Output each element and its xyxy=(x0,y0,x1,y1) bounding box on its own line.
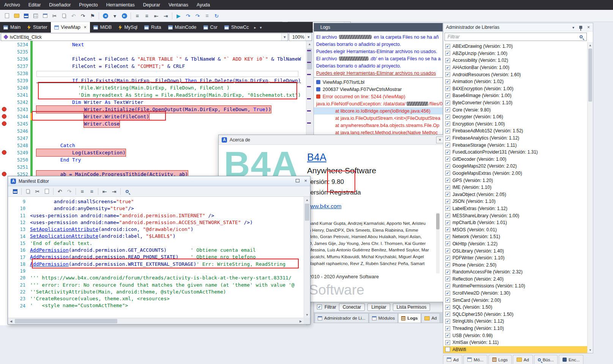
library-item-firebaseanalytics[interactable]: ✔FirebaseAnalytics (Versión: 1.12) xyxy=(443,135,587,142)
outdent-icon[interactable]: ⇤ xyxy=(100,187,109,196)
library-checkbox[interactable]: ✔ xyxy=(445,298,450,303)
library-item-phone[interactable]: ✔Phone (Versión: 2.50) xyxy=(443,261,587,268)
library-checkbox[interactable]: ✔ xyxy=(445,340,450,345)
scroll-up-icon[interactable]: ▲ xyxy=(304,197,310,203)
library-item-abwifi[interactable]: ABWifi xyxy=(443,346,587,353)
tool-tab-logs[interactable]: Logs xyxy=(398,313,421,323)
library-checkbox[interactable]: ✔ xyxy=(445,192,450,197)
limpiar-button[interactable]: Limpiar xyxy=(367,303,390,311)
library-item-stringutils[interactable]: ✔StringUtils (Versión: 1.12) xyxy=(443,318,587,325)
close-icon[interactable]: × xyxy=(587,25,590,30)
library-checkbox[interactable]: ✔ xyxy=(445,72,450,77)
library-item-sqlcipher150[interactable]: ✔SQLCipher150 (Versión: 1.50) xyxy=(443,311,587,318)
library-checkbox[interactable]: ✔ xyxy=(445,241,450,246)
tab-showcc[interactable]: ShowCc xyxy=(221,22,252,33)
library-checkbox[interactable]: ✔ xyxy=(445,100,450,105)
library-item-ahactionbar[interactable]: ✔AHActionBar (Versión: 1.00) xyxy=(443,64,587,71)
save-all-icon[interactable] xyxy=(31,11,40,20)
menu-ventanas[interactable]: Ventanas xyxy=(164,0,192,10)
breakpoint-margin[interactable] xyxy=(0,48,9,55)
redo-icon[interactable]: ↷ xyxy=(65,187,74,196)
collapsed-tab-ad[interactable]: Ad xyxy=(443,355,462,364)
copy-icon[interactable] xyxy=(60,11,68,20)
pin-icon[interactable] xyxy=(579,26,582,29)
breakpoint-margin[interactable] xyxy=(0,55,9,63)
tab-csr[interactable]: Csr xyxy=(200,22,221,33)
chevron-down-icon[interactable]: ▼ xyxy=(305,33,312,41)
library-checkbox[interactable]: ✔ xyxy=(445,178,450,183)
tab-ruta[interactable]: Ruta xyxy=(141,22,164,33)
chevron-down-icon[interactable]: ▾ xyxy=(572,25,574,30)
sub-selector[interactable]: ivCtrlEtiq_Click ▼ xyxy=(1,33,288,41)
breakpoint-dot[interactable] xyxy=(2,107,6,111)
breakpoint-margin[interactable] xyxy=(0,91,9,99)
library-checkbox[interactable]: ✔ xyxy=(445,220,450,225)
library-item-scrollview2d[interactable]: ✔ScrollView2D (Versión: 1.30) xyxy=(443,290,587,297)
log-line[interactable]: Puedes elegir Herramientas-Eliminar arch… xyxy=(314,48,443,55)
log-line[interactable]: ViewMap.F07IsrtLbl xyxy=(314,78,443,86)
collapsed-tab-mo[interactable]: Mó... xyxy=(463,355,487,364)
library-item-javaobject[interactable]: ✔JavaObject (Versión: 2.05) xyxy=(443,191,587,198)
library-item-okhttp[interactable]: ✔OkHttp (Versión: 1.22) xyxy=(443,240,587,248)
library-list[interactable]: ✔ABExtDrawing (Versión: 1.70)✔ABZipUnzip… xyxy=(443,42,587,353)
menu-archivo[interactable]: Archivo xyxy=(0,0,24,10)
library-item-animation[interactable]: ✔Animation (Versión: 1.02) xyxy=(443,78,587,85)
scroll-right-icon[interactable]: ▶ xyxy=(298,318,304,324)
log-line[interactable]: java.io.FileNotFoundException: /data/dat… xyxy=(314,100,443,107)
library-checkbox[interactable]: ✔ xyxy=(445,171,450,176)
search-icon[interactable] xyxy=(123,187,131,196)
log-line[interactable]: Deberías borrarlo o añadirlo al proyecto… xyxy=(314,41,443,48)
filter-checkbox[interactable]: ✔ xyxy=(317,304,322,309)
library-checkbox[interactable]: ✔ xyxy=(445,164,450,169)
scrollbar-thumb[interactable] xyxy=(305,204,309,221)
close-tab-icon[interactable]: × xyxy=(84,25,87,30)
library-item-reflection[interactable]: ✔Reflection (Versión: 2.40) xyxy=(443,276,587,283)
breakpoint-margin[interactable] xyxy=(0,156,9,163)
library-item-b4xencryption[interactable]: ✔B4XEncryption (Versión: 1.00) xyxy=(443,85,587,93)
conectar-button[interactable]: Conectar xyxy=(339,303,365,311)
manifest-code-area[interactable]: 9 android:smallScreens="true"10 android:… xyxy=(8,197,304,318)
zoom-select[interactable]: 100% ▼ xyxy=(289,33,312,41)
tool-tab-ad[interactable]: Ad xyxy=(421,313,440,323)
breakpoint-margin[interactable] xyxy=(0,63,9,70)
library-checkbox[interactable]: ✔ xyxy=(445,199,450,204)
new-file-icon[interactable] xyxy=(3,11,11,20)
breakpoint-margin[interactable] xyxy=(0,135,9,142)
tab-maincode[interactable]: MainCode xyxy=(165,22,200,33)
log-line[interactable]: Puedes elegir Herramientas-Eliminar arch… xyxy=(314,69,443,77)
tab-viewmap[interactable]: ViewMap× xyxy=(51,22,90,33)
designer-window-icon[interactable] xyxy=(41,11,49,20)
run-icon[interactable]: ▶ xyxy=(174,11,183,20)
library-checkbox[interactable] xyxy=(445,347,450,352)
breakpoint-margin[interactable] xyxy=(0,149,9,156)
breakpoint-margin[interactable] xyxy=(0,106,9,113)
log-line[interactable]: at anywheresoftware.b4a.objects.streams.… xyxy=(314,122,443,129)
library-checkbox[interactable]: ✔ xyxy=(445,227,450,232)
breakpoint-margin[interactable] xyxy=(0,41,9,48)
log-line[interactable]: El archivo .db' en la carpeta Files no s… xyxy=(314,55,443,62)
credits-scrollbar[interactable] xyxy=(436,213,440,273)
cut-icon[interactable]: ✂ xyxy=(33,187,42,196)
listapermisos-button[interactable]: Lista Permisos xyxy=(393,303,430,311)
library-item-core[interactable]: ✔Core (Versie: 9.80) xyxy=(443,106,587,113)
menu-disenador[interactable]: Diseñador xyxy=(45,0,75,10)
library-item-firebasestorage[interactable]: ✔FirebaseStorage (Versión: 1.11) xyxy=(443,141,587,149)
menu-editar[interactable]: Editar xyxy=(24,0,45,10)
library-item-messharelibrary[interactable]: ✔MESShareLibrary (Versión: 1.00) xyxy=(443,212,587,219)
library-checkbox[interactable]: ✔ xyxy=(445,284,450,289)
library-checkbox[interactable]: ✔ xyxy=(445,93,450,98)
tab-main[interactable]: Main xyxy=(0,22,24,33)
log-line[interactable]: 200637 ViewMap.F07VerCtrlsMostrar xyxy=(314,86,443,93)
library-checkbox[interactable]: ✔ xyxy=(445,143,450,147)
scrollbar-thumb[interactable] xyxy=(307,49,312,69)
library-checkbox[interactable]: ✔ xyxy=(445,65,450,70)
library-item-googlemaps202[interactable]: ✔GoogleMaps202 (Versión: 2.02) xyxy=(443,163,587,170)
open-file-icon[interactable] xyxy=(12,11,21,20)
collapsed-tab-bus[interactable]: Bús... xyxy=(534,355,558,364)
library-checkbox[interactable]: ✔ xyxy=(445,129,450,133)
indent-icon[interactable]: ⇥ xyxy=(110,187,118,196)
menu-depurar[interactable]: Depurar xyxy=(139,0,164,10)
breakpoint-margin[interactable] xyxy=(0,142,9,149)
library-checkbox[interactable]: ✔ xyxy=(445,291,450,296)
library-checkbox[interactable]: ✔ xyxy=(445,256,450,260)
